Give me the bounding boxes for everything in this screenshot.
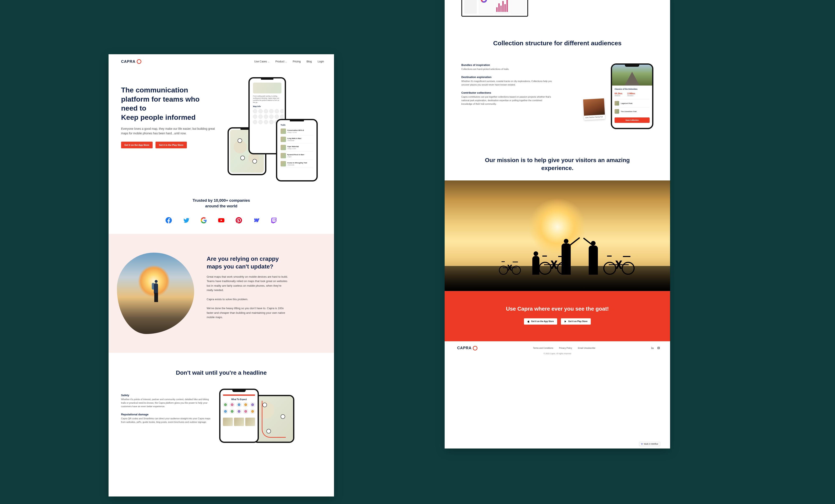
nav-product[interactable]: Product⌄ xyxy=(276,60,287,63)
hero-phone-trails: Trails Conservation NR E-E• Easy • 12 km… xyxy=(276,119,318,182)
webflow-badge[interactable]: W Made in Webflow xyxy=(639,442,660,446)
feature-heading: Are you relying on crappy maps you can't… xyxy=(207,255,290,270)
footer-brand-name: CAPRA xyxy=(457,346,472,350)
activity-icon xyxy=(275,109,279,113)
trail-name: Cape Waterfall xyxy=(287,146,299,147)
stat-elevation-value: 2.98km xyxy=(627,92,635,95)
trail-row: Pyramid Rock to Barr• Hard xyxy=(281,152,313,160)
play-store-button[interactable]: Get it in the Play Store xyxy=(156,142,187,148)
hero-buttons: Get it on the App Store Get it in the Pl… xyxy=(121,142,230,148)
landing-page-right: feedback before, during and after their … xyxy=(445,0,670,448)
collection-block-1: Bundles of inspiration Collections are h… xyxy=(461,63,571,71)
map-pin-icon xyxy=(240,155,245,160)
nav-login-label: Login xyxy=(318,60,324,63)
feature-icon xyxy=(250,409,255,414)
cta-heading: Use Capra where ever you see the goat! xyxy=(445,306,670,312)
nav-blog[interactable]: Blog xyxy=(306,60,312,63)
footer-terms[interactable]: Terms and Conditions xyxy=(533,347,553,349)
logo-row xyxy=(108,217,334,224)
save-collection-button[interactable]: Save Collection xyxy=(615,118,650,123)
child-silhouette xyxy=(532,256,539,275)
activity-icon xyxy=(259,114,263,119)
webflow-icon: W xyxy=(641,443,643,445)
youtube-icon xyxy=(218,217,224,224)
app-store-label: Get it on the App Store xyxy=(531,320,554,322)
landing-page-left: CAPRA Use Cases⌄ Product⌄ Pricing Blog L… xyxy=(108,54,334,497)
polaroid-image: Aztec Trail Run Training Trail xyxy=(583,98,605,120)
activity-icon xyxy=(280,109,284,113)
trail-name: The Limestone Trail xyxy=(621,110,636,112)
what-to-expect: What To Expect xyxy=(220,390,258,442)
trail-sub: • Hard xyxy=(287,156,304,158)
footer-unsubscribe[interactable]: Email Unsubscribe xyxy=(578,347,595,349)
app-store-button[interactable]: Get it on the App Store xyxy=(121,142,152,148)
nav-login[interactable]: Login xyxy=(318,60,324,63)
map-pin-icon xyxy=(262,403,267,407)
top-nav: CAPRA Use Cases⌄ Product⌄ Pricing Blog L… xyxy=(108,54,334,69)
polaroid-photo xyxy=(583,98,605,115)
route-map xyxy=(254,396,293,442)
hiker-silhouette xyxy=(151,277,161,304)
headline-rep-h: Reputational damage xyxy=(121,413,211,416)
collection-text: Bundles of inspiration Collections are h… xyxy=(461,63,571,129)
stat-elevation-label: Elevation xyxy=(627,95,633,97)
footer-brand[interactable]: CAPRA xyxy=(457,346,477,351)
activity-icon xyxy=(253,109,257,113)
footer-privacy[interactable]: Privacy Policy xyxy=(559,347,572,349)
headline-phones: What To Expect xyxy=(217,388,307,443)
activity-icon xyxy=(280,114,284,119)
activity-icon xyxy=(259,120,263,124)
wt-title: What To Expect xyxy=(223,398,255,401)
bar-chart-icon xyxy=(496,0,508,12)
thumb xyxy=(223,418,233,426)
adult-silhouette xyxy=(589,246,598,275)
headline-phone-expect: What To Expect xyxy=(219,388,259,443)
hero-text: The communication platform for teams who… xyxy=(121,77,230,182)
footer-links: Terms and Conditions Privacy Policy Emai… xyxy=(533,347,595,349)
nav-links: Use Cases⌄ Product⌄ Pricing Blog Login xyxy=(254,60,324,63)
feature-icon xyxy=(223,409,228,414)
hero-heading: The communication platform for teams who… xyxy=(121,86,230,122)
feature-icon-grid xyxy=(223,402,255,414)
activity-icon xyxy=(264,109,268,113)
instagram-icon[interactable] xyxy=(657,346,660,350)
phone-notch xyxy=(625,64,639,67)
arm-silhouette xyxy=(568,237,580,247)
trail-name: Cruise to Wroughby Trail xyxy=(287,162,307,164)
hero: The communication platform for teams who… xyxy=(108,69,334,194)
play-store-button[interactable]: Get it on Play Store xyxy=(561,318,591,324)
feature-icon xyxy=(237,409,242,414)
hero-heading-l4: Keep people informed xyxy=(121,113,196,121)
brand-mark-icon xyxy=(473,346,477,351)
brand[interactable]: CAPRA xyxy=(121,59,141,64)
stat-distance-label: Distance xyxy=(615,95,620,97)
nav-pricing[interactable]: Pricing xyxy=(293,60,301,63)
activity-icon xyxy=(264,120,268,124)
google-icon xyxy=(201,217,207,224)
trail-row: Long Walk in Barr• Moderate xyxy=(281,135,313,144)
headline-body: Safety Whether it's points of interest, … xyxy=(121,388,322,443)
trail-sub: • Easy • 6 km xyxy=(287,148,299,149)
webflow-badge-label: Made in Webflow xyxy=(644,443,658,445)
collection-item: Lagazuoi Peak xyxy=(615,99,650,107)
polaroid-caption: Aztec Trail Run Training Trail xyxy=(584,114,605,120)
twitter-icon xyxy=(183,217,189,224)
phone-blurb: From cutting-path cycling, to skiing, su… xyxy=(253,95,281,104)
map-pin-icon xyxy=(238,138,242,143)
app-store-button[interactable]: Get it on the App Store xyxy=(524,318,557,324)
trail-row: Cruise to Wroughby Trail• Moderate xyxy=(281,160,313,168)
linkedin-icon[interactable] xyxy=(651,346,654,350)
hiker-blob-image xyxy=(117,253,194,334)
apple-icon xyxy=(527,320,530,323)
thumb-row xyxy=(223,418,255,426)
footer-copyright: © 2022 Capra. All rights reserved xyxy=(445,352,670,358)
activity-icon xyxy=(253,120,257,124)
dashboard-main xyxy=(479,0,525,14)
feature-icon xyxy=(243,402,248,407)
collection-b2-p: Whether it's magnificent sunrises, coast… xyxy=(461,80,553,87)
headline-phone-map xyxy=(252,395,294,443)
trail-row: Cape Waterfall• Easy • 6 km xyxy=(281,144,313,152)
stat-distance: 64.2kmDistance xyxy=(615,92,622,97)
nav-use-cases[interactable]: Use Cases⌄ xyxy=(254,60,269,63)
cta-band: Use Capra where ever you see the goat! G… xyxy=(445,291,670,341)
